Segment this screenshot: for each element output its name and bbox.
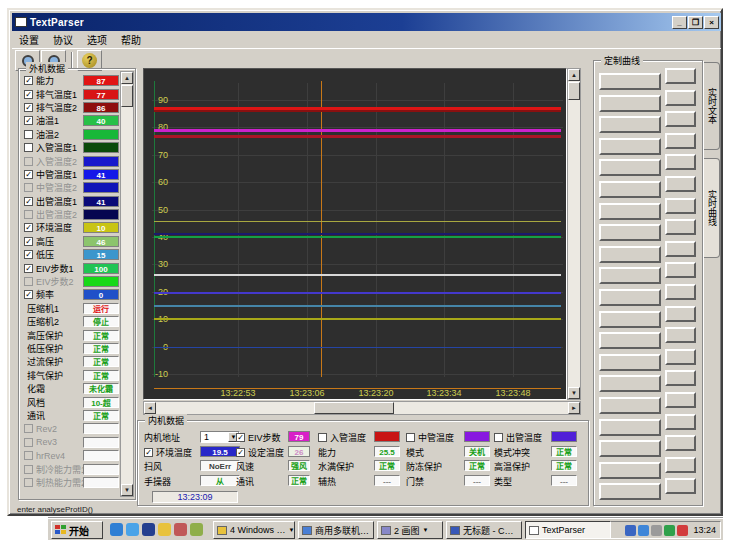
chart-horizontal-scrollbar[interactable]: ◄ ► [143,401,581,415]
curve-slot-button[interactable] [599,203,661,220]
curve-slot-button[interactable] [599,289,661,306]
chart-vscroll-thumb[interactable] [568,82,580,100]
curve-value-button[interactable] [665,198,696,214]
chart-vertical-scrollbar[interactable]: ▲ ▼ [567,68,581,400]
checkbox[interactable]: ✓ [24,250,33,259]
curve-value-button[interactable] [665,219,696,235]
menu-item-1[interactable]: 设置 [12,31,46,48]
checkbox[interactable]: ✓ [236,433,245,442]
security-lock-icon[interactable] [174,523,187,536]
checkbox[interactable] [24,130,33,139]
taskbar-window-button[interactable]: 4 Windows …▼ [213,521,295,539]
messenger-icon[interactable] [158,523,171,536]
curve-slot-button[interactable] [599,267,661,284]
time-cursor-line[interactable] [321,81,322,377]
scroll-down-icon[interactable]: ▼ [121,484,133,496]
taskbar-window-button[interactable]: TextParser [525,521,611,539]
tray-network-icon[interactable] [625,525,636,536]
checkbox[interactable]: ✓ [24,197,33,206]
curve-slot-button[interactable] [599,116,661,133]
curve-value-button[interactable] [665,241,696,257]
checkbox[interactable] [318,433,327,442]
chart-hscroll-thumb[interactable] [314,402,394,414]
curve-slot-button[interactable] [599,397,661,414]
curve-value-button[interactable] [665,349,696,365]
curve-value-button[interactable] [665,262,696,278]
chart-scroll-left-icon[interactable]: ◄ [144,402,156,414]
outdoor-list-scrollbar[interactable]: ▲ ▼ [120,71,134,497]
indoor-address-dropdown[interactable]: 1▼ [200,431,240,443]
scroll-up-icon[interactable]: ▲ [121,72,133,84]
checkbox[interactable]: ✓ [24,103,33,112]
internet-explorer-icon[interactable] [110,523,123,536]
taskbar-window-button[interactable]: 2 画图▼ [377,521,443,539]
chevron-down-icon[interactable]: ▼ [289,527,295,533]
chart-scroll-down-icon[interactable]: ▼ [568,387,580,399]
curve-slot-button[interactable] [599,332,661,349]
curve-slot-button[interactable] [599,138,661,155]
realtime-chart[interactable]: 9080706050403020100-1013:22:5313:23:0613… [143,68,567,400]
tab-2[interactable]: 实时曲线 [704,158,720,258]
curve-slot-button[interactable] [599,375,661,392]
tray-antivirus-icon[interactable] [664,525,675,536]
curve-value-button[interactable] [665,478,696,494]
close-button[interactable]: × [704,16,719,29]
checkbox[interactable]: ✓ [24,264,33,273]
tray-input-icon[interactable] [651,525,662,536]
maximize-button[interactable]: ❐ [688,16,703,29]
tray-monitor-icon[interactable] [677,525,688,536]
checkbox[interactable]: ✓ [24,170,33,179]
curve-value-button[interactable] [665,306,696,322]
curve-value-button[interactable] [665,327,696,343]
folder-sync-icon[interactable] [190,523,203,536]
menu-item-4[interactable]: 帮助 [114,31,148,48]
checkbox[interactable]: ✓ [24,76,33,85]
curve-slot-button[interactable] [599,159,661,176]
checkbox[interactable] [406,433,415,442]
curve-slot-button[interactable] [599,462,661,479]
checkbox[interactable]: ✓ [144,448,153,457]
checkbox[interactable]: ✓ [24,90,33,99]
title-bar[interactable]: TextParser _ ❐ × [12,13,721,31]
curve-value-button[interactable] [665,435,696,451]
tab-1[interactable]: 实时文本 [704,62,720,150]
curve-slot-button[interactable] [599,224,661,241]
curve-slot-button[interactable] [599,73,661,90]
curve-slot-button[interactable] [599,483,661,500]
checkbox[interactable]: ✓ [24,290,33,299]
browser-icon[interactable] [126,523,139,536]
chart-scroll-right-icon[interactable]: ► [568,402,580,414]
tray-update-icon[interactable] [638,525,649,536]
curve-value-button[interactable] [665,176,696,192]
chart-scroll-up-icon[interactable]: ▲ [568,69,580,81]
curve-value-button[interactable] [665,90,696,106]
curve-slot-button[interactable] [599,246,661,263]
checkbox[interactable]: ✓ [236,448,245,457]
curve-value-button[interactable] [665,370,696,386]
curve-slot-button[interactable] [599,419,661,436]
curve-value-button[interactable] [665,414,696,430]
checkbox[interactable]: ✓ [24,223,33,232]
minimize-button[interactable]: _ [672,16,687,29]
curve-slot-button[interactable] [599,354,661,371]
curve-slot-button[interactable] [599,95,661,112]
checkbox[interactable]: ✓ [24,116,33,125]
scrollbar-thumb[interactable] [121,85,133,107]
curve-value-button[interactable] [665,284,696,300]
checkbox[interactable] [494,433,503,442]
menu-item-3[interactable]: 选项 [80,31,114,48]
curve-value-button[interactable] [665,68,696,84]
curve-value-button[interactable] [665,392,696,408]
media-player-icon[interactable] [142,523,155,536]
checkbox[interactable] [24,143,33,152]
curve-slot-button[interactable] [599,440,661,457]
checkbox[interactable]: ✓ [24,237,33,246]
taskbar-window-button[interactable]: 无标题 - C… [446,521,522,539]
curve-value-button[interactable] [665,111,696,127]
curve-slot-button[interactable] [599,311,661,328]
chevron-down-icon[interactable]: ▼ [423,527,429,533]
start-button[interactable]: 开始 [51,521,103,539]
menu-item-2[interactable]: 协议 [46,31,80,48]
curve-value-button[interactable] [665,154,696,170]
curve-value-button[interactable] [665,133,696,149]
